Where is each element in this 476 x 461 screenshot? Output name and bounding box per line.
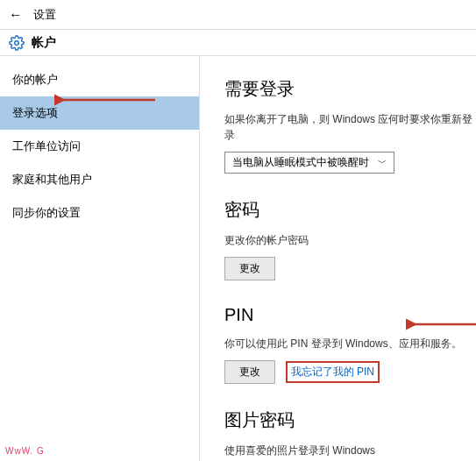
sidebar: 你的帐户 登录选项 工作单位访问 家庭和其他用户 同步你的设置: [0, 56, 200, 461]
sidebar-item-signin-options[interactable]: 登录选项: [0, 96, 199, 130]
require-signin-title: 需要登录: [224, 77, 476, 101]
page-subheader: 帐户: [0, 30, 476, 56]
watermark: WwW. G: [5, 446, 45, 456]
pin-forgot-link[interactable]: 我忘记了我的 PIN: [286, 361, 380, 383]
pin-title: PIN: [224, 305, 476, 325]
sidebar-item-sync-settings[interactable]: 同步你的设置: [0, 196, 199, 230]
page-title: 帐户: [32, 35, 56, 51]
require-signin-desc: 如果你离开了电脑，则 Windows 应何时要求你重新登录: [224, 111, 476, 143]
password-change-button[interactable]: 更改: [224, 257, 275, 280]
password-desc: 更改你的帐户密码: [224, 232, 476, 248]
section-require-signin: 需要登录 如果你离开了电脑，则 Windows 应何时要求你重新登录 当电脑从睡…: [224, 77, 476, 174]
pin-desc: 你可以使用此 PIN 登录到 Windows、应用和服务。: [224, 336, 476, 351]
header-title: 设置: [33, 7, 56, 23]
section-picture-password: 图片密码 使用喜爱的照片登录到 Windows 添加: [224, 408, 476, 461]
dropdown-value: 当电脑从睡眠模式中被唤醒时: [232, 155, 369, 170]
chevron-down-icon: ﹀: [378, 157, 387, 169]
window-header: ← 设置: [0, 0, 476, 30]
sidebar-item-family-users[interactable]: 家庭和其他用户: [0, 163, 199, 196]
sidebar-item-work-access[interactable]: 工作单位访问: [0, 130, 199, 163]
picture-password-desc: 使用喜爱的照片登录到 Windows: [224, 443, 476, 458]
section-password: 密码 更改你的帐户密码 更改: [224, 198, 476, 280]
svg-point-0: [15, 40, 19, 45]
picture-password-title: 图片密码: [224, 408, 476, 432]
back-icon[interactable]: ←: [9, 7, 23, 23]
require-signin-dropdown[interactable]: 当电脑从睡眠模式中被唤醒时 ﹀: [224, 152, 394, 174]
pin-change-button[interactable]: 更改: [224, 360, 275, 384]
password-title: 密码: [224, 198, 476, 222]
sidebar-item-your-account[interactable]: 你的帐户: [0, 63, 199, 96]
gear-icon: [9, 35, 25, 51]
section-pin: PIN 你可以使用此 PIN 登录到 Windows、应用和服务。 更改 我忘记…: [224, 305, 476, 384]
main-panel: 需要登录 如果你离开了电脑，则 Windows 应何时要求你重新登录 当电脑从睡…: [200, 56, 476, 461]
